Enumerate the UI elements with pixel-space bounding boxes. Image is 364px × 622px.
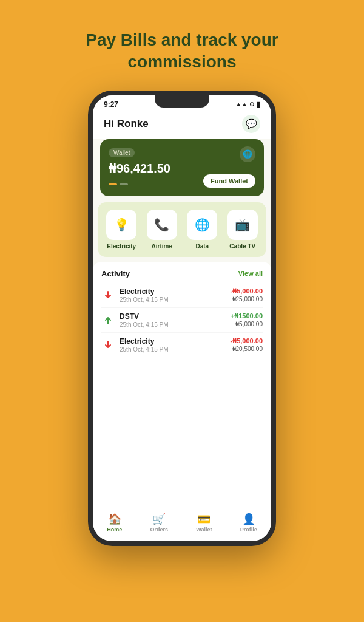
activity-section: Activity View all Electricity 25th Oct, … (93, 262, 271, 508)
activity-info: DSTV 25th Oct, 4:15 PM (120, 312, 226, 328)
home-label: Home (107, 527, 122, 533)
activity-date: 25th Oct, 4:15 PM (120, 346, 226, 353)
activity-info: Electricity 25th Oct, 4:15 PM (120, 337, 226, 353)
activity-info: Electricity 25th Oct, 4:15 PM (120, 287, 226, 303)
nav-orders[interactable]: 🛒 Orders (150, 513, 168, 533)
services-section: 💡 Electricity 📞 Airtime 🌐 Data (98, 202, 266, 257)
wallet-label: Wallet (109, 148, 135, 157)
status-time: 9:27 (104, 100, 118, 109)
activity-change: +₦1500.00 (231, 312, 263, 320)
activity-date: 25th Oct, 4:15 PM (120, 321, 226, 328)
cable-tv-label: Cable TV (229, 243, 255, 250)
activity-title: Activity (101, 269, 130, 278)
cable-tv-icon-bg: 📺 (228, 210, 258, 240)
service-airtime[interactable]: 📞 Airtime (147, 210, 177, 250)
credit-arrow-icon (101, 313, 115, 327)
activity-change: -₦5,000.00 (231, 287, 263, 295)
orders-icon: 🛒 (152, 513, 166, 526)
wallet-nav-label: Wallet (196, 527, 212, 533)
activity-balance: ₦25,000.00 (231, 296, 263, 302)
service-cable-tv[interactable]: 📺 Cable TV (228, 210, 258, 250)
service-electricity[interactable]: 💡 Electricity (106, 210, 136, 250)
profile-icon: 👤 (242, 513, 255, 526)
cable-tv-icon: 📺 (235, 217, 250, 232)
activity-header: Activity View all (101, 269, 263, 278)
electricity-label: Electricity (107, 243, 136, 250)
activity-item: Electricity 25th Oct, 4:15 PM -₦5,000.00… (101, 333, 263, 357)
activity-amounts: +₦1500.00 ₦5,000.00 (231, 312, 263, 327)
orders-label: Orders (150, 527, 168, 533)
fund-wallet-button[interactable]: Fund Wallet (203, 174, 255, 188)
page-title: Pay Bills and track your commissions (49, 29, 314, 73)
electricity-icon-bg: 💡 (106, 210, 136, 240)
greeting-text: Hi Ronke (104, 118, 149, 130)
activity-date: 25th Oct, 4:15 PM (120, 296, 226, 303)
electricity-icon: 💡 (114, 217, 129, 232)
activity-balance: ₦20,500.00 (231, 346, 263, 352)
wallet-pagination (109, 183, 128, 185)
activity-amounts: -₦5,000.00 ₦25,000.00 (231, 287, 263, 302)
view-all-button[interactable]: View all (238, 270, 263, 277)
debit-arrow-icon (101, 289, 115, 302)
phone-frame: 9:27 ▲▲ ⊙ ▮ Hi Ronke 💬 Wallet 🌐 ₦96,421.… (88, 91, 276, 546)
data-label: Data (195, 243, 209, 250)
home-icon: 🏠 (108, 513, 121, 526)
activity-change: -₦5,000.00 (231, 337, 263, 345)
data-icon: 🌐 (195, 217, 210, 232)
phone-notch (155, 95, 209, 108)
airtime-icon: 📞 (154, 217, 169, 232)
data-icon-bg: 🌐 (187, 210, 217, 240)
activity-amounts: -₦5,000.00 ₦20,500.00 (231, 337, 263, 352)
status-icons: ▲▲ ⊙ ▮ (235, 100, 260, 109)
profile-label: Profile (240, 527, 257, 533)
nav-profile[interactable]: 👤 Profile (240, 513, 257, 533)
wallet-globe-icon: 🌐 (240, 146, 255, 162)
activity-name: Electricity (120, 287, 226, 296)
service-data[interactable]: 🌐 Data (187, 210, 217, 250)
bottom-nav: 🏠 Home 🛒 Orders 💳 Wallet 👤 Profile (93, 508, 271, 539)
airtime-label: Airtime (152, 243, 172, 250)
activity-name: Electricity (120, 337, 226, 346)
wallet-card: Wallet 🌐 ₦96,421.50 Fund Wallet (100, 139, 264, 196)
wallet-amount: ₦96,421.50 (109, 161, 255, 176)
nav-home[interactable]: 🏠 Home (107, 513, 122, 533)
activity-item: DSTV 25th Oct, 4:15 PM +₦1500.00 ₦5,000.… (101, 308, 263, 333)
debit-arrow-icon-2 (101, 338, 115, 352)
activity-balance: ₦5,000.00 (231, 321, 263, 327)
chat-button[interactable]: 💬 (242, 115, 260, 133)
services-grid: 💡 Electricity 📞 Airtime 🌐 Data (101, 210, 263, 250)
wallet-nav-icon: 💳 (197, 513, 211, 526)
phone-content: Hi Ronke 💬 Wallet 🌐 ₦96,421.50 Fund Wall… (93, 110, 271, 539)
activity-name: DSTV (120, 312, 226, 321)
nav-wallet[interactable]: 💳 Wallet (196, 513, 212, 533)
activity-item: Electricity 25th Oct, 4:15 PM -₦5,000.00… (101, 283, 263, 308)
app-header: Hi Ronke 💬 (93, 110, 271, 139)
chat-icon: 💬 (246, 118, 257, 129)
airtime-icon-bg: 📞 (147, 210, 177, 240)
